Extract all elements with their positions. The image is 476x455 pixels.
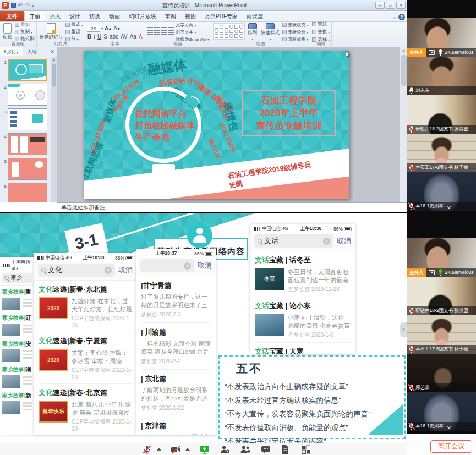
- shrink-font-icon[interactable]: A▾: [113, 25, 121, 31]
- mute-camera-button[interactable]: [171, 445, 182, 454]
- search-result[interactable]: 文话宝藏 | 论小寒 小寒 向上滑动，送你一亮丽的雪景 小寒春赏百花冬观雪，醒亦…: [255, 297, 351, 343]
- participant-tile[interactable]: 主持人 SK.Marvelous: [407, 18, 476, 57]
- collapse-panel-arrow[interactable]: [400, 322, 407, 337]
- ribbon-tab[interactable]: 动画: [105, 12, 124, 21]
- bold-button[interactable]: B: [87, 34, 92, 40]
- align-text-button[interactable]: 对齐文本: [176, 29, 210, 35]
- new-slide-button[interactable]: 新建幻灯片: [39, 23, 64, 41]
- quick-styles-button[interactable]: 快速样式: [260, 23, 281, 41]
- shape-fill-button[interactable]: 形状填充: [282, 22, 308, 28]
- collapse-ribbon-icon[interactable]: [393, 14, 396, 20]
- canvas-scrollbar[interactable]: [400, 47, 407, 202]
- share-screen-button[interactable]: [199, 445, 210, 454]
- layout-button[interactable]: 版式: [65, 21, 83, 28]
- ribbon-tab[interactable]: 雨课堂: [242, 12, 267, 21]
- search-result[interactable]: 家乡故事|重: [2, 286, 32, 311]
- italic-button[interactable]: I: [93, 34, 96, 40]
- clear-search-icon[interactable]: [105, 267, 112, 274]
- ribbon-tab[interactable]: 切换: [85, 12, 105, 21]
- search-input[interactable]: 文化: [38, 264, 115, 277]
- quick-access-toolbar[interactable]: [11, 2, 34, 8]
- participant-tile[interactable]: 研钻井18-2团支书 张淇盟: [407, 95, 476, 134]
- participant-tile[interactable]: 本石工17-6团支书 林子榆: [407, 315, 476, 354]
- help-icon[interactable]: ?: [398, 14, 405, 20]
- paste-button[interactable]: 粘贴: [2, 23, 13, 41]
- search-result[interactable]: | 京津篇 020 happy new ye 滑动查看更多图片 论你漂泊在何处 …: [141, 416, 211, 435]
- search-input[interactable]: [140, 259, 194, 272]
- slide-editor[interactable]: 融媒体抖音B站左手微博 右手微信网络舆情网络文化表情包SOLUTION互联网思维…: [84, 51, 349, 199]
- docs-button[interactable]: [281, 445, 292, 454]
- clear-search-icon[interactable]: [323, 238, 330, 245]
- leave-meeting-button[interactable]: 离开会议: [430, 440, 472, 453]
- search-result[interactable]: | 东北篇 了前两期的月是故乡明系列推送，各小可爱是否还有些意犹未尽，本期...…: [141, 370, 211, 416]
- panel-scrollbar[interactable]: [51, 57, 57, 202]
- font-color-icon[interactable]: A: [138, 34, 143, 40]
- font-size-input[interactable]: 20: [87, 25, 100, 32]
- maximize-button[interactable]: [386, 2, 395, 9]
- search-result[interactable]: 文化速递|新春·宁夏篇 2020 文案：李心怡 排版：张冰雪 审核：周德涛...…: [39, 332, 132, 384]
- search-result[interactable]: | 川渝篇 一样的精彩 无辣不欢 麻辣盛宴 露从今夜白end 月是故乡明 最后，…: [141, 323, 211, 370]
- slide-thumbnail[interactable]: 6: [0, 181, 51, 202]
- camera-options-caret[interactable]: [185, 448, 190, 451]
- shape-outline-button[interactable]: 形状轮廓: [282, 29, 308, 35]
- notes-pane[interactable]: 单击此处添加备注: [57, 202, 407, 212]
- change-case-icon[interactable]: Aa: [129, 34, 137, 40]
- cancel-button[interactable]: 取消: [337, 236, 351, 246]
- search-input[interactable]: 文话: [254, 234, 333, 248]
- shadow-button[interactable]: abc: [109, 34, 119, 40]
- align-left-icon[interactable]: [147, 32, 153, 37]
- grow-font-icon[interactable]: A▴: [104, 25, 112, 31]
- participant-tile[interactable]: 本石工17-6团支书 林子榆: [407, 134, 476, 172]
- close-panel-icon[interactable]: [48, 47, 57, 56]
- copy-button[interactable]: 复制: [15, 29, 35, 35]
- strikethrough-button[interactable]: S: [103, 34, 108, 40]
- replace-button[interactable]: 替换: [312, 29, 330, 35]
- ribbon-tab[interactable]: 视图: [180, 12, 200, 21]
- tab-slides[interactable]: 幻灯片: [0, 47, 23, 56]
- indent-icon[interactable]: [161, 27, 167, 32]
- underline-button[interactable]: U: [97, 34, 102, 40]
- participant-tile[interactable]: 本16-1史湘琴: [407, 392, 476, 431]
- slide-thumbnail[interactable]: 1: [0, 57, 51, 82]
- save-icon[interactable]: [11, 3, 16, 8]
- mute-mic-button[interactable]: [142, 445, 153, 454]
- shapes-gallery[interactable]: [213, 23, 245, 40]
- layout-button[interactable]: [301, 445, 312, 454]
- title-bar[interactable]: P 宣传员培训 - Microsoft PowerPoint: [0, 0, 407, 11]
- mic-options-caret[interactable]: [157, 448, 161, 451]
- ribbon-tab[interactable]: 审阅: [161, 12, 180, 21]
- chat-button[interactable]: [260, 445, 271, 454]
- participant-tile[interactable]: 本16-1史湘琴: [407, 172, 476, 211]
- participant-tile[interactable]: 研钻井18-2团支书 张淇盟: [407, 277, 476, 315]
- ribbon-tab[interactable]: 插入: [45, 12, 65, 21]
- search-input[interactable]: 家乡: [2, 273, 32, 283]
- participant-tile[interactable]: 刘东东: [407, 57, 476, 95]
- participant-tile[interactable]: 席艺霖: [407, 354, 476, 392]
- search-result[interactable]: 家乡故事|湖: [2, 363, 32, 389]
- ribbon-tab[interactable]: 设计: [65, 12, 85, 21]
- host-tools-button[interactable]: [220, 445, 231, 454]
- file-tab[interactable]: 文件: [0, 11, 24, 21]
- search-result[interactable]: 文话宝藏 | 大寒 这次的新型冠状病毒不是sars，也不是mers，对于这种新型…: [255, 343, 351, 354]
- search-result[interactable]: 家乡故事|安: [2, 337, 32, 363]
- justify-icon[interactable]: [168, 32, 174, 37]
- search-result[interactable]: 文化速递|新春·东北篇 2020 扎盏灯笼 在东北，过大年扎灯笼、挂红灯是人们最…: [39, 281, 132, 332]
- minimize-button[interactable]: [375, 2, 385, 9]
- search-result[interactable]: 家乡故事|辽: [2, 311, 32, 337]
- bullets-icon[interactable]: [147, 27, 153, 32]
- find-button[interactable]: 查找: [312, 21, 330, 28]
- cancel-button[interactable]: 取消: [118, 265, 133, 275]
- ribbon-tab[interactable]: 万兴PDF专家: [200, 12, 242, 21]
- participants-button[interactable]: [240, 445, 251, 454]
- ribbon-tab[interactable]: 开始: [24, 12, 45, 21]
- tab-outline[interactable]: 大纲: [23, 47, 41, 56]
- chevron-down-icon[interactable]: [447, 424, 451, 429]
- search-result[interactable]: 文化速递|新春·北京篇 鼠年快乐 北京 腊八儿 小年儿 除夕 庙会 完团团圆圆过…: [39, 384, 132, 435]
- numbering-icon[interactable]: [154, 27, 160, 32]
- reset-button[interactable]: 重设: [65, 29, 83, 35]
- arrange-button[interactable]: 排列: [247, 23, 258, 41]
- char-spacing-icon[interactable]: AV: [120, 34, 128, 40]
- ribbon-tab[interactable]: 幻灯片放映: [124, 12, 161, 21]
- align-right-icon[interactable]: [161, 32, 167, 37]
- cut-button[interactable]: 剪切: [15, 21, 35, 28]
